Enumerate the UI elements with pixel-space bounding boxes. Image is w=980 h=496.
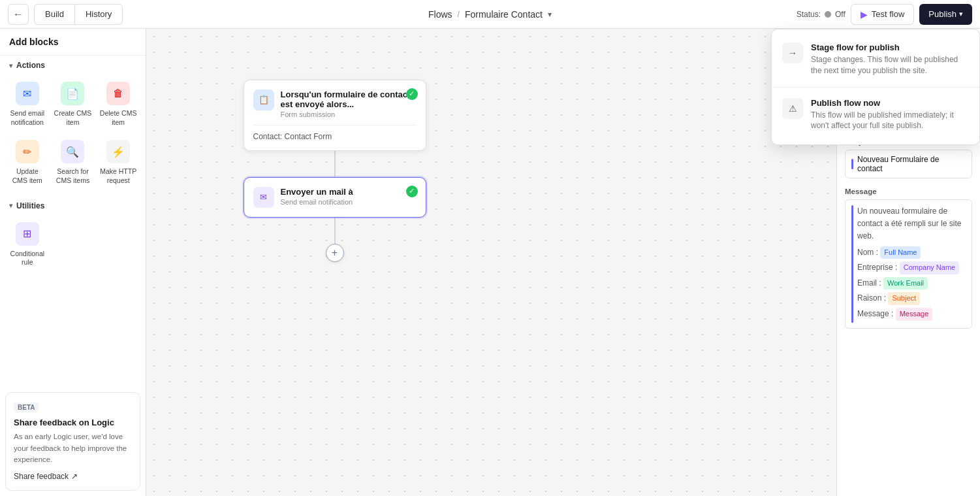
test-flow-button[interactable]: ▶ Test flow: [851, 4, 915, 25]
message-content: Un nouveau formulaire de contact a été r…: [857, 205, 966, 323]
actions-label: Actions: [16, 61, 45, 70]
message-line: Message : Message: [857, 307, 966, 322]
delete-cms-icon: 🗑: [106, 82, 130, 105]
raison-line: Raison : Subject: [857, 291, 966, 306]
search-cms-label: Search for CMS items: [54, 167, 93, 185]
test-flow-label: Test flow: [872, 9, 905, 19]
send-email-label: Send email notification: [8, 109, 47, 127]
send-email-block[interactable]: ✉ Send email notification: [5, 75, 50, 132]
publish-now-desc: This flow will be published immediately;…: [811, 110, 969, 132]
company-name-tag[interactable]: Company Name: [900, 261, 959, 274]
trigger-node-title: Lorsqu'un formulaire de contact est envo…: [281, 90, 417, 109]
contact-label: Contact:: [253, 132, 283, 141]
utilities-label: Utilities: [16, 201, 44, 210]
trigger-node-text: Lorsqu'un formulaire de contact est envo…: [281, 90, 417, 118]
conditional-rule-block[interactable]: ⊞ Conditional rule: [5, 216, 50, 273]
http-request-label: Make HTTP request: [99, 167, 138, 185]
build-button[interactable]: Build: [34, 4, 74, 25]
trigger-node-contact: Contact: Contact Form: [253, 132, 417, 141]
message-field[interactable]: Un nouveau formulaire de contact a été r…: [845, 199, 972, 329]
action-node[interactable]: ✉ Envoyer un mail à Send email notificat…: [244, 177, 426, 218]
raison-label: Raison :: [857, 293, 886, 303]
publish-dropdown: → Stage flow for publish Stage changes. …: [771, 29, 980, 145]
add-blocks-header: Add blocks: [0, 29, 146, 56]
page-title: Flows / Formulaire Contact ▾: [428, 9, 552, 20]
connector-line-2: [334, 218, 336, 244]
actions-blocks-grid: ✉ Send email notification 📄 Create CMS i…: [0, 73, 146, 196]
share-feedback-link[interactable]: Share feedback ↗: [14, 472, 132, 481]
delete-cms-label: Delete CMS item: [99, 109, 138, 127]
message-key-label: Message :: [857, 309, 893, 318]
publish-now-title: Publish flow now: [811, 98, 969, 108]
delete-cms-block[interactable]: 🗑 Delete CMS item: [96, 75, 140, 132]
publish-now-option[interactable]: ⚠ Publish flow now This flow will be pub…: [772, 90, 979, 140]
message-bar: [851, 205, 853, 323]
subject-bar: [851, 159, 853, 169]
trigger-node-subtitle: Form submission: [281, 110, 417, 118]
publish-now-icon: ⚠: [782, 98, 803, 119]
stage-flow-title: Stage flow for publish: [811, 42, 969, 52]
email-line: Email : Work Email: [857, 276, 966, 291]
history-button[interactable]: History: [74, 4, 123, 25]
search-cms-block[interactable]: 🔍 Search for CMS items: [51, 133, 95, 190]
status-badge: Status: Off: [797, 10, 846, 19]
nav-buttons: Build History: [34, 4, 123, 25]
stage-flow-desc: Stage changes. This flow will be publish…: [811, 54, 969, 76]
create-cms-label: Create CMS item: [54, 109, 93, 127]
work-email-tag[interactable]: Work Email: [883, 277, 928, 290]
action-node-subtitle: Send email notification: [281, 198, 353, 206]
nom-label: Nom :: [857, 248, 878, 257]
http-request-block[interactable]: ⚡ Make HTTP request: [96, 133, 140, 190]
action-node-check: ✓: [406, 186, 418, 197]
trigger-node-check: ✓: [406, 88, 418, 100]
subject-field[interactable]: Nouveau Formulaire de contact: [845, 150, 972, 178]
test-flow-icon: ▶: [861, 9, 868, 20]
search-cms-icon: 🔍: [61, 140, 84, 163]
create-cms-icon: 📄: [61, 82, 84, 105]
publish-button[interactable]: Publish ▾: [919, 4, 972, 25]
add-step-button[interactable]: +: [326, 244, 344, 262]
action-node-icon: ✉: [253, 187, 274, 208]
topbar-right: Status: Off ▶ Test flow Publish ▾: [797, 4, 972, 25]
beta-card: BETA Share feedback on Logic As an early…: [5, 392, 140, 491]
dropdown-divider: [772, 87, 979, 88]
back-icon: ←: [13, 8, 24, 20]
topbar: ← Build History Flows / Formulaire Conta…: [0, 0, 980, 29]
entreprise-line: Entreprise : Company Name: [857, 261, 966, 275]
action-node-title: Envoyer un mail à: [281, 187, 353, 197]
add-icon: +: [332, 247, 338, 259]
stage-flow-content: Stage flow for publish Stage changes. Th…: [811, 42, 969, 76]
entreprise-label: Entreprise :: [857, 263, 897, 272]
http-request-icon: ⚡: [106, 140, 130, 163]
email-label: Email :: [857, 278, 881, 288]
utilities-arrow-icon: ▾: [9, 202, 12, 209]
actions-section-header[interactable]: ▾ Actions: [0, 56, 146, 73]
left-panel: Add blocks ▾ Actions ✉ Send email notifi…: [0, 29, 146, 496]
create-cms-block[interactable]: 📄 Create CMS item: [51, 75, 95, 132]
nom-line: Nom : Full Name: [857, 246, 966, 260]
back-button[interactable]: ←: [8, 4, 29, 25]
publish-chevron-icon: ▾: [959, 10, 963, 18]
beta-desc: As an early Logic user, we'd love your f…: [14, 431, 132, 465]
beta-title: Share feedback on Logic: [14, 418, 132, 427]
flow-name: Formulaire Contact: [465, 9, 543, 20]
message-label: Message: [845, 188, 972, 195]
contact-value: Contact Form: [285, 132, 332, 141]
stage-flow-option[interactable]: → Stage flow for publish Stage changes. …: [772, 35, 979, 84]
flow-container: 📋 Lorsqu'un formulaire de contact est en…: [244, 80, 426, 262]
update-cms-block[interactable]: ✏ Update CMS item: [5, 133, 50, 190]
share-feedback-icon: ↗: [71, 472, 78, 481]
publish-now-content: Publish flow now This flow will be publi…: [811, 98, 969, 132]
subject-tag[interactable]: Subject: [888, 292, 920, 305]
utilities-section-header[interactable]: ▾ Utilities: [0, 196, 146, 213]
trigger-node-divider: [253, 125, 417, 125]
trigger-node[interactable]: 📋 Lorsqu'un formulaire de contact est en…: [244, 80, 426, 151]
update-cms-label: Update CMS item: [8, 167, 47, 185]
action-node-header: ✉ Envoyer un mail à Send email notificat…: [253, 187, 417, 208]
canvas-area[interactable]: 📋 Lorsqu'un formulaire de contact est en…: [146, 29, 836, 496]
trigger-node-header: 📋 Lorsqu'un formulaire de contact est en…: [253, 90, 417, 118]
title-dropdown-icon[interactable]: ▾: [548, 10, 552, 19]
message-tag[interactable]: Message: [896, 308, 933, 321]
full-name-tag[interactable]: Full Name: [880, 246, 921, 259]
trigger-node-icon: 📋: [253, 90, 274, 110]
